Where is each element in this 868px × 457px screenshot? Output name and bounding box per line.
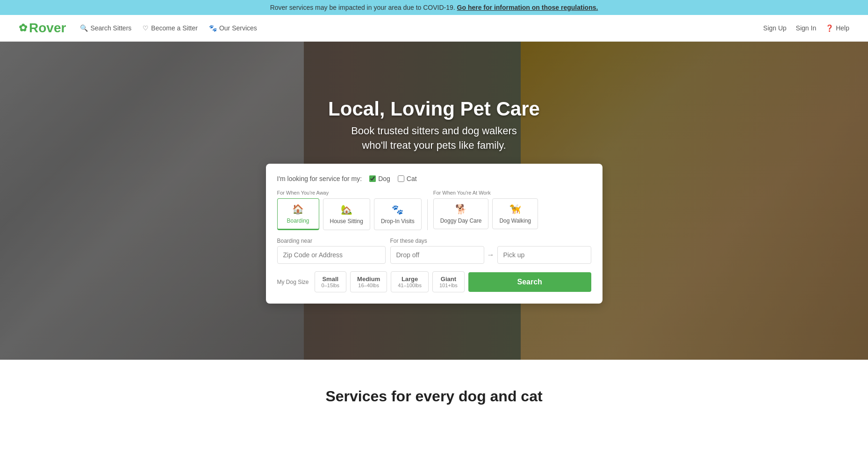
logo[interactable]: ✿ Rover (19, 21, 66, 36)
size-row: My Dog Size Small 0–15lbs Medium 16–40lb… (277, 271, 591, 292)
dates-label: For these days (390, 238, 591, 244)
tab-house-sitting[interactable]: 🏡 House Sitting (323, 198, 370, 230)
tab-dogday-label: Doggy Day Care (440, 218, 482, 224)
cat-checkbox[interactable] (398, 175, 404, 182)
cat-label: Cat (407, 175, 417, 182)
paw-icon: ✿ (19, 22, 27, 34)
size-giant[interactable]: Giant 101+lbs (432, 271, 465, 292)
size-medium-range: 16–40lbs (358, 283, 379, 288)
search-button[interactable]: Search (468, 272, 591, 292)
pet-selector-label: I'm looking for service for my: (277, 175, 362, 182)
boarding-icon: 🏠 (292, 203, 304, 215)
tab-boarding-label: Boarding (287, 218, 309, 224)
tab-buttons-away: 🏠 Boarding 🏡 House Sitting 🐾 Drop-In Vis… (277, 198, 422, 230)
drop-in-icon: 🐾 (392, 204, 403, 215)
size-giant-range: 101+lbs (439, 283, 458, 288)
tab-buttons-work: 🐕 Doggy Day Care 🦮 Dog Walking (433, 198, 538, 229)
service-tabs-container: For When You're Away 🏠 Boarding 🏡 House … (277, 190, 591, 230)
tab-house-label: House Sitting (330, 218, 363, 225)
banner-link[interactable]: Go here for information on those regulat… (457, 4, 598, 11)
size-large-name: Large (402, 276, 418, 283)
tab-dropin-label: Drop-In Visits (381, 218, 415, 225)
tab-dog-walking[interactable]: 🦮 Dog Walking (492, 198, 538, 229)
size-small-name: Small (322, 276, 338, 283)
zip-label: Boarding near (277, 238, 386, 244)
nav-search-sitters[interactable]: 🔍 Search Sitters (80, 24, 131, 32)
form-row: Boarding near For these days → (277, 238, 591, 264)
covid-banner: Rover services may be impacted in your a… (0, 0, 868, 15)
bottom-title: Services for every dog and cat (19, 388, 849, 405)
cat-checkbox-label[interactable]: Cat (398, 175, 417, 182)
dog-label: Dog (378, 175, 390, 182)
services-icon: 🐾 (209, 24, 217, 32)
tab-group-work: For When You're At Work 🐕 Doggy Day Care… (433, 190, 538, 229)
size-large[interactable]: Large 41–100lbs (391, 271, 429, 292)
hero-subtitle: Book trusted sitters and dog walkers who… (351, 124, 517, 153)
tab-doggy-day[interactable]: 🐕 Doggy Day Care (433, 198, 489, 229)
size-medium-name: Medium (357, 276, 380, 283)
dates-group: For these days → (390, 238, 591, 264)
hero-subtitle-line2: who'll treat your pets like family. (362, 139, 506, 151)
tab-divider (427, 199, 428, 230)
house-sitting-icon: 🏡 (341, 204, 352, 215)
logo-name: Rover (29, 21, 66, 36)
nav-links: 🔍 Search Sitters ♡ Become a Sitter 🐾 Our… (80, 24, 763, 32)
bottom-section: Services for every dog and cat (0, 360, 868, 433)
help-icon: ❓ (825, 24, 833, 32)
nav-become-sitter[interactable]: ♡ Become a Sitter (143, 24, 198, 32)
size-small-range: 0–15lbs (322, 283, 340, 288)
help-link[interactable]: ❓ Help (825, 24, 849, 32)
dog-walking-icon: 🦮 (509, 203, 521, 215)
hero-section: Local, Loving Pet Care Book trusted sitt… (0, 42, 868, 360)
sign-up-link[interactable]: Sign Up (763, 24, 787, 32)
navbar: ✿ Rover 🔍 Search Sitters ♡ Become a Sitt… (0, 15, 868, 42)
tab-away-label: For When You're Away (277, 190, 422, 196)
size-label: My Dog Size (277, 279, 309, 285)
heart-icon: ♡ (143, 24, 149, 32)
dog-checkbox-label[interactable]: Dog (369, 175, 390, 182)
size-large-range: 41–100lbs (398, 283, 422, 288)
tab-walk-label: Dog Walking (499, 218, 531, 224)
hero-title: Local, Loving Pet Care (328, 98, 540, 120)
doggy-day-icon: 🐕 (455, 203, 467, 215)
pickup-input[interactable] (497, 246, 591, 264)
search-icon: 🔍 (80, 24, 88, 32)
zip-input[interactable] (277, 246, 386, 264)
size-medium[interactable]: Medium 16–40lbs (350, 271, 387, 292)
nav-become-label: Become a Sitter (151, 24, 198, 32)
banner-text: Rover services may be impacted in your a… (270, 4, 457, 11)
tab-boarding[interactable]: 🏠 Boarding (277, 198, 319, 230)
pet-selector: I'm looking for service for my: Dog Cat (277, 175, 591, 182)
hero-content: Local, Loving Pet Care Book trusted sitt… (224, 88, 645, 313)
dog-checkbox[interactable] (369, 175, 376, 182)
hero-subtitle-line1: Book trusted sitters and dog walkers (351, 125, 517, 137)
size-small[interactable]: Small 0–15lbs (315, 271, 347, 292)
tab-work-label: For When You're At Work (433, 190, 538, 196)
dates-inner: → (390, 246, 591, 264)
nav-our-services[interactable]: 🐾 Our Services (209, 24, 257, 32)
nav-services-label: Our Services (219, 24, 257, 32)
size-giant-name: Giant (441, 276, 456, 283)
tab-group-away: For When You're Away 🏠 Boarding 🏡 House … (277, 190, 422, 230)
dropoff-input[interactable] (390, 246, 484, 264)
help-label: Help (836, 24, 849, 32)
tab-drop-in[interactable]: 🐾 Drop-In Visits (374, 198, 422, 230)
nav-right: Sign Up Sign In ❓ Help (763, 24, 849, 32)
zip-group: Boarding near (277, 238, 386, 264)
nav-search-label: Search Sitters (90, 24, 131, 32)
sign-in-link[interactable]: Sign In (796, 24, 817, 32)
search-card: I'm looking for service for my: Dog Cat … (266, 164, 603, 304)
dates-arrow-icon: → (487, 251, 495, 259)
